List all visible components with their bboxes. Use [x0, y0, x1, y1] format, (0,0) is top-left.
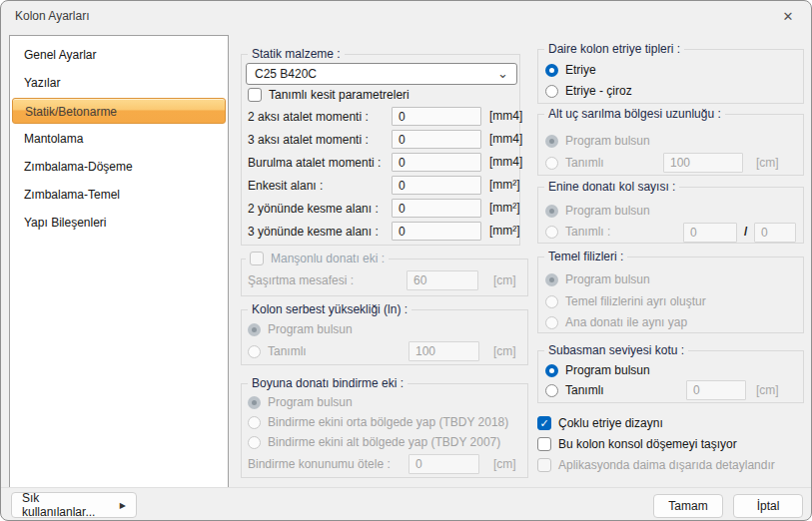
radio-label: Tanımlı: [565, 156, 604, 170]
radio-icon: [545, 205, 558, 218]
checkbox-label: Bu kolon konsol döşemeyi taşıyor: [558, 437, 737, 451]
group-title-daire-etriye: Daire kolon etriye tipleri :: [544, 42, 684, 56]
radio-label: Tanımlı: [268, 344, 307, 358]
sidebar-item-zimbalama-doseme[interactable]: Zımbalama-Döşeme: [12, 154, 226, 180]
input-enine-kol-2: 0: [754, 223, 796, 243]
radio-enine-tanimli: Tanımlı :: [545, 225, 610, 239]
radio-icon: [545, 364, 558, 377]
row-label-bindirme-otele: Bindirme konunumu ötele :: [248, 457, 391, 471]
checkbox-mansonlu-donati-eki[interactable]: Manşonlu donatı eki :: [246, 252, 389, 265]
checkbox-coklu-etriye-dizayni[interactable]: ✓ Çoklu etriye dizaynı: [537, 416, 663, 430]
radio-icon: [545, 135, 558, 148]
checkbox-aplikasyon-detaylandir: Aplikasyonda daima dışarıda detaylandır: [537, 458, 775, 472]
radio-altuc-tanimli: Tanımlı: [545, 156, 604, 170]
input-burulma-atalet[interactable]: 0: [392, 153, 481, 172]
group-title-serbest-yukseklik: Kolon serbest yüksekliği (ln) :: [248, 302, 411, 316]
radio-label: Etriye - çiroz: [565, 84, 632, 98]
radio-label: Ana donatı ile aynı yap: [565, 315, 687, 329]
cancel-button[interactable]: İptal: [733, 494, 803, 518]
group-title-temel-filizleri: Temel filizleri :: [544, 250, 627, 263]
input-2-aksi-atalet[interactable]: 0: [392, 107, 481, 126]
radio-icon: [545, 273, 558, 286]
radio-icon: [248, 436, 261, 449]
ok-button-label: Tamam: [668, 499, 707, 513]
radio-label: Program bulsun: [268, 322, 353, 336]
radio-icon: [248, 345, 261, 358]
input-2-kesme-alani[interactable]: 0: [392, 199, 481, 218]
radio-subasman-program-bulsun[interactable]: Program bulsun: [545, 363, 650, 377]
radio-label: Temel filizlerini ayrı oluştur: [565, 294, 706, 308]
sidebar-item-yapi-bilesenleri[interactable]: Yapı Bileşenleri: [12, 210, 226, 236]
unit-3-kesme-alani: [mm²]: [489, 224, 520, 238]
ok-button[interactable]: Tamam: [653, 494, 723, 518]
radio-temel-ana-donati: Ana donatı ile aynı yap: [545, 315, 687, 329]
radio-temel-program-bulsun: Program bulsun: [545, 272, 650, 286]
radio-icon: [248, 396, 261, 409]
input-3-kesme-alani[interactable]: 0: [392, 222, 481, 241]
radio-altuc-program-bulsun: Program bulsun: [545, 134, 650, 148]
radio-etriye-ciroz[interactable]: Etriye - çiroz: [545, 84, 632, 98]
group-statik-malzeme: Statik malzeme : C25 B420C ⌄ Tanımlı kes…: [241, 54, 520, 246]
unit-altuc-uzunluk: [cm]: [756, 156, 779, 170]
row-label-enkesit-alani: Enkesit alanı :: [248, 179, 323, 193]
radio-icon: [545, 226, 558, 239]
radio-icon: [545, 85, 558, 98]
sidebar-item-mantolama[interactable]: Mantolama: [12, 126, 226, 152]
favorites-button-label: Sık kullanılanlar...: [22, 491, 110, 519]
group-alt-uc-sarilma: Alt uç sarılma bölgesi uzunluğu : Progra…: [537, 114, 804, 176]
group-title-statik-malzeme: Statik malzeme :: [248, 47, 345, 61]
input-serbest-yukseklik: 100: [408, 341, 479, 361]
radio-bindirme-program-bulsun: Program bulsun: [248, 395, 353, 409]
input-3-aksi-atalet[interactable]: 0: [392, 130, 481, 149]
arrow-right-icon: ▶: [120, 501, 126, 510]
group-title-subasman: Subasman seviyesi kotu :: [544, 343, 688, 357]
close-icon[interactable]: ✕: [779, 7, 797, 25]
group-boyuna-donati-bindirme: Boyuna donatı bindirme eki : Program bul…: [241, 383, 528, 478]
dialog-kolon-ayarlari: Kolon Ayarları ✕ Genel Ayarlar Yazılar S…: [0, 0, 812, 521]
row-label-burulma-atalet: Burulma atalet momenti :: [248, 156, 381, 170]
unit-2-kesme-alani: [mm²]: [489, 201, 520, 215]
favorites-button[interactable]: Sık kullanılanlar... ▶: [11, 492, 137, 518]
unit-subasman-kotu: [cm]: [756, 383, 779, 397]
row-label-2-aksi-atalet: 2 aksı atalet momenti :: [248, 110, 369, 124]
radio-icon: [545, 64, 558, 77]
radio-enine-program-bulsun: Program bulsun: [545, 204, 650, 218]
radio-subasman-tanimli[interactable]: Tanımlı: [545, 383, 604, 397]
checkbox-icon: [537, 458, 551, 472]
group-title-mansonlu: Manşonlu donatı eki :: [271, 252, 385, 265]
input-sasirtma-mesafesi: 60: [406, 270, 478, 290]
checkbox-label: Çoklu etriye dizaynı: [558, 416, 663, 430]
group-title-bindirme: Boyuna donatı bindirme eki :: [248, 376, 407, 390]
sidebar-item-yazilar[interactable]: Yazılar: [12, 70, 226, 96]
group-enine-donati-kol: Enine donatı kol sayısı : Program bulsun…: [537, 187, 804, 244]
sidebar-item-statik-betonarme[interactable]: Statik/Betonarme: [12, 98, 226, 124]
sidebar-item-zimbalama-temel[interactable]: Zımbalama-Temel: [12, 182, 226, 208]
group-daire-kolon-etriye: Daire kolon etriye tipleri : Etriye Etri…: [537, 49, 804, 104]
checkbox-label: Tanımlı kesit parametreleri: [269, 88, 409, 102]
input-subasman-kotu: 0: [686, 380, 746, 400]
material-combobox[interactable]: C25 B420C ⌄: [246, 63, 517, 85]
cancel-button-label: İptal: [757, 499, 780, 513]
radio-icon: [545, 157, 558, 170]
radio-etriye[interactable]: Etriye: [545, 63, 596, 77]
unit-sasirtma-mesafesi: [cm]: [493, 273, 516, 287]
radio-label: Program bulsun: [565, 134, 650, 148]
input-enkesit-alani[interactable]: 0: [392, 176, 481, 195]
checkbox-konsol-doseme[interactable]: Bu kolon konsol döşemeyi taşıyor: [537, 437, 737, 451]
unit-enkesit-alani: [mm²]: [489, 178, 520, 192]
radio-label: Bindirme ekini orta bölgede yap (TBDY 20…: [268, 415, 508, 429]
sidebar-item-genel-ayarlar[interactable]: Genel Ayarlar: [12, 42, 226, 68]
radio-icon: [545, 295, 558, 308]
radio-label: Program bulsun: [565, 272, 650, 286]
row-label-2-kesme-alani: 2 yönünde kesme alanı :: [248, 202, 379, 216]
checkbox-check-icon: ✓: [537, 416, 551, 430]
material-combobox-value: C25 B420C: [255, 67, 317, 81]
unit-3-aksi-atalet: [mm4]: [489, 132, 522, 146]
radio-label: Program bulsun: [268, 395, 353, 409]
radio-label: Bindirme ekini alt bölgede yap (TBDY 200…: [268, 435, 500, 449]
group-title-enine-donati: Enine donatı kol sayısı :: [544, 180, 679, 194]
input-altuc-uzunluk: 100: [663, 153, 743, 173]
group-kolon-serbest-yuksekligi: Kolon serbest yüksekliği (ln) : Program …: [241, 309, 528, 365]
checkbox-tanimli-kesit-parametreleri[interactable]: Tanımlı kesit parametreleri: [248, 88, 409, 102]
checkbox-label: Aplikasyonda daima dışarıda detaylandır: [558, 458, 775, 472]
